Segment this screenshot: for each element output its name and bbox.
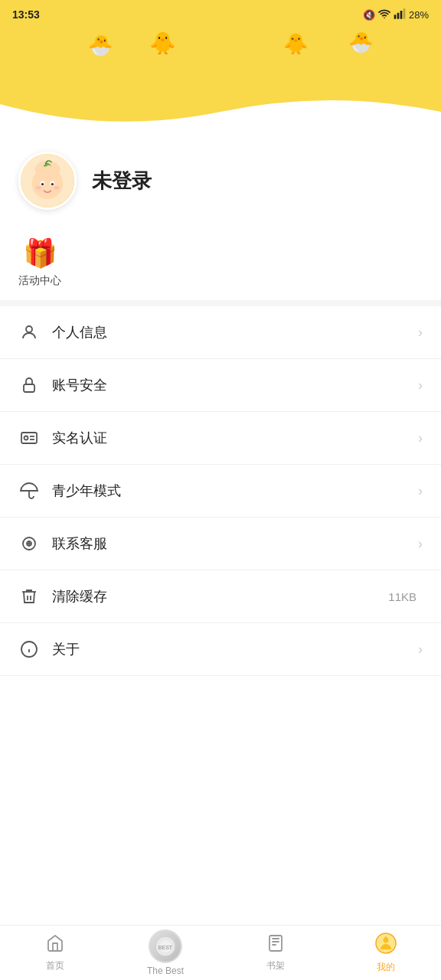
chevron-icon-customer-service: › [418,536,423,552]
nav-home[interactable]: 首页 [0,929,110,977]
menu-label-account-security: 账号安全 [52,376,418,394]
avatar[interactable] [18,152,77,210]
menu-label-real-name: 实名认证 [52,429,418,447]
svg-point-34 [384,937,389,942]
umbrella-icon [18,480,40,501]
cache-size-value: 11KB [388,590,416,603]
svg-point-13 [54,186,59,190]
menu-item-real-name[interactable]: 实名认证 › [0,412,441,465]
activity-section: 🎁 活动中心 [0,222,441,306]
menu-item-account-security[interactable]: 账号安全 › [0,359,441,412]
activity-label: 活动中心 [18,274,61,288]
trash-icon [18,586,40,607]
deco-3: 🐥 [283,32,308,56]
menu-label-personal-info: 个人信息 [52,323,418,341]
deco-2: 🐥 [149,31,176,56]
deco-4: 🐣 [348,31,373,54]
avatar-image [21,152,74,210]
activity-center-button[interactable]: 🎁 活动中心 [18,237,61,288]
svg-point-12 [35,186,41,190]
signal-icon [394,8,406,22]
svg-text:BEST: BEST [158,945,173,950]
chevron-icon-account-security: › [418,377,423,394]
chevron-icon-youth-mode: › [418,483,423,499]
svg-point-11 [51,183,54,185]
svg-rect-1 [394,15,397,18]
menu-label-about: 关于 [52,640,418,658]
menu-item-about[interactable]: 关于 › [0,623,441,676]
book-nav-icon [266,934,285,957]
deco-1: 🐣 [88,34,113,57]
svg-rect-15 [24,384,34,392]
header-background: 🐣 🐥 🐥 🐣 [0,28,441,135]
status-bar: 13:53 🔇 28% [0,0,441,28]
menu-item-clear-cache[interactable]: 清除缓存 11KB [0,570,441,623]
menu-item-youth-mode[interactable]: 青少年模式 › [0,465,441,518]
nav-the-best[interactable]: BEST The Best [110,925,220,980]
menu-item-customer-service[interactable]: 联系客服 › [0,518,441,570]
svg-rect-29 [270,936,282,951]
profile-section[interactable]: 未登录 [0,133,441,222]
svg-point-33 [376,933,396,953]
home-nav-icon [46,934,64,957]
id-card-icon [18,427,40,449]
nav-bookshelf[interactable]: 书架 [220,929,331,977]
bottom-nav: 首页 BEST The Best 书架 [0,925,441,980]
chevron-icon-real-name: › [418,430,423,446]
status-icons: 🔇 28% [363,8,429,22]
chevron-icon-about: › [418,642,423,658]
menu-label-customer-service: 联系客服 [52,534,418,553]
mine-nav-icon [375,933,397,959]
wifi-icon [378,8,390,22]
username-label: 未登录 [92,168,152,194]
lock-icon [18,374,40,396]
gift-icon: 🎁 [23,237,57,270]
mute-icon: 🔇 [363,9,375,21]
svg-point-17 [24,436,28,440]
chevron-icon-personal-info: › [418,325,423,341]
menu-label-clear-cache: 清除缓存 [52,587,388,606]
nav-bookshelf-label: 书架 [266,959,285,972]
the-best-icon: BEST [149,929,182,963]
nav-mine-label: 我的 [377,961,395,974]
battery-label: 28% [409,9,429,21]
menu-list: 个人信息 › 账号安全 › 实名认证 › 青少年模式 › 联系客服 › [0,306,441,691]
info-icon [18,639,40,660]
svg-rect-2 [397,12,400,18]
menu-label-youth-mode: 青少年模式 [52,482,418,500]
person-icon [18,322,40,343]
menu-item-personal-info[interactable]: 个人信息 › [0,306,441,359]
nav-mine[interactable]: 我的 [331,928,441,978]
svg-point-22 [28,543,30,544]
headset-icon [18,533,40,554]
status-time: 13:53 [12,8,40,21]
svg-point-14 [26,326,32,332]
svg-rect-3 [400,11,403,19]
nav-home-label: 首页 [46,959,64,972]
svg-rect-4 [403,8,406,18]
nav-the-best-label: The Best [147,965,184,976]
wave-decoration [0,89,441,135]
svg-point-10 [41,183,44,185]
